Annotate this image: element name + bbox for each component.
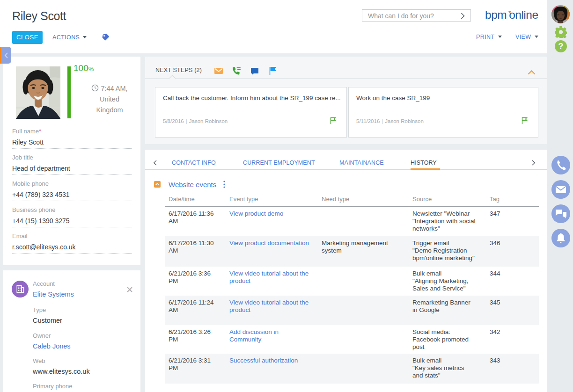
svg-text:?: ?	[558, 42, 564, 51]
